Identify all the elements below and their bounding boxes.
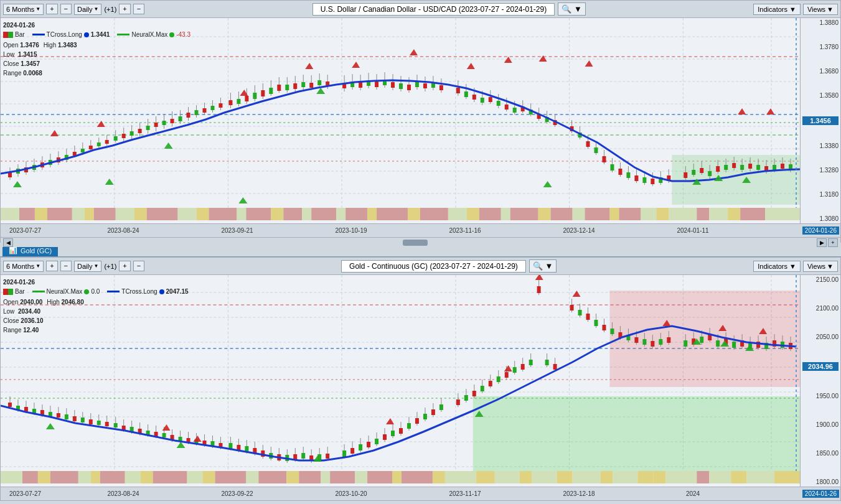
- svg-rect-123: [237, 99, 240, 104]
- svg-rect-101: [146, 126, 150, 130]
- svg-rect-107: [171, 119, 174, 123]
- svg-rect-308: [215, 471, 246, 483]
- zoom-in-btn-bottom[interactable]: +: [46, 261, 57, 271]
- zoom-in-btn-top[interactable]: +: [46, 4, 57, 14]
- svg-rect-225: [684, 172, 687, 178]
- gprice-4: 1950.00: [802, 393, 839, 399]
- svg-rect-42: [345, 208, 367, 220]
- svg-rect-53: [551, 208, 573, 220]
- svg-rect-304: [141, 471, 153, 483]
- date-label-7: 2024-01-11: [677, 227, 708, 234]
- svg-rect-65: [765, 208, 800, 220]
- search-btn-bottom[interactable]: 🔍 ▼: [529, 259, 557, 273]
- svg-rect-173: [456, 88, 460, 93]
- svg-rect-63: [728, 208, 740, 220]
- svg-rect-456: [505, 372, 509, 378]
- svg-rect-179: [481, 98, 484, 103]
- chart-legend-top: Bar TCross.Long 1.3441 NeuralX.Max -43.3: [3, 30, 190, 39]
- indicators-btn-bottom[interactable]: Indicators ▼: [753, 261, 801, 272]
- step-minus-top[interactable]: −: [133, 4, 144, 14]
- svg-rect-472: [578, 310, 582, 315]
- svg-rect-24: [35, 208, 47, 220]
- svg-rect-167: [423, 83, 427, 88]
- svg-rect-45: [408, 208, 420, 220]
- step-minus-bottom[interactable]: −: [133, 261, 144, 271]
- gdate-label-6: 2023-12-18: [563, 490, 594, 497]
- svg-rect-504: [716, 340, 720, 347]
- svg-rect-326: [573, 471, 601, 483]
- svg-rect-30: [134, 208, 147, 220]
- step-label-top: (+1): [104, 6, 116, 13]
- step-plus-bottom[interactable]: +: [119, 261, 130, 271]
- svg-rect-215: [634, 175, 638, 181]
- date-label-3: 2023-09-21: [221, 227, 253, 234]
- ohlc-low-bottom: Low 2034.40: [3, 307, 189, 316]
- svg-rect-338: [8, 403, 12, 407]
- search-btn-top[interactable]: 🔍 ▼: [558, 2, 585, 16]
- neuralx-legend-top: NeuralX.Max -43.3: [117, 30, 190, 39]
- svg-rect-490: [651, 341, 654, 347]
- bar-legend-bottom: Bar: [3, 287, 25, 296]
- svg-rect-159: [391, 82, 395, 88]
- svg-rect-43: [367, 208, 377, 220]
- svg-rect-139: [301, 82, 305, 87]
- svg-rect-55: [585, 208, 610, 220]
- svg-rect-298: [38, 471, 50, 483]
- chart-title-bottom: Gold - Continuous (GC) (2023-07-27 - 202…: [341, 260, 526, 273]
- scrollbar-top: ◀ ▶ +: [1, 237, 840, 247]
- svg-rect-392: [228, 443, 232, 449]
- svg-rect-121: [228, 100, 232, 105]
- svg-rect-354: [73, 416, 77, 421]
- svg-rect-131: [269, 88, 273, 94]
- zoom-out-btn-bottom[interactable]: −: [60, 261, 72, 271]
- bottom-chart-wrapper: 📊 Gold (GC) 6 Months + − Daily (+1) + − …: [0, 243, 841, 504]
- svg-rect-60: [669, 208, 697, 220]
- indicators-btn-top[interactable]: Indicators ▼: [753, 4, 801, 15]
- svg-rect-211: [618, 169, 622, 175]
- svg-rect-187: [513, 108, 517, 113]
- gprice-2: 2100.00: [802, 305, 839, 312]
- svg-rect-46: [420, 208, 448, 220]
- svg-rect-350: [57, 413, 60, 418]
- svg-rect-319: [433, 471, 445, 483]
- interval-dropdown-bottom[interactable]: Daily: [74, 261, 101, 272]
- views-btn-top[interactable]: Views ▼: [803, 4, 838, 15]
- svg-rect-306: [187, 471, 203, 483]
- svg-rect-40: [311, 208, 336, 220]
- svg-rect-62: [709, 208, 728, 220]
- scroll-left-top[interactable]: ◀: [3, 238, 13, 247]
- svg-rect-486: [634, 337, 638, 343]
- svg-rect-334: [731, 471, 746, 483]
- interval-dropdown-top[interactable]: Daily: [74, 4, 101, 15]
- svg-rect-342: [24, 407, 28, 411]
- svg-rect-181: [489, 97, 492, 102]
- gold-tab-icon: 📊: [9, 246, 17, 254]
- svg-rect-466: [545, 360, 549, 365]
- svg-rect-296: [1, 471, 22, 483]
- svg-rect-85: [81, 149, 85, 152]
- svg-rect-295: [473, 396, 800, 471]
- zoom-out-btn-top[interactable]: −: [60, 4, 72, 14]
- gdate-label-4: 2023-10-20: [335, 490, 367, 497]
- step-plus-top[interactable]: +: [119, 4, 130, 14]
- gdate-label-7: 2024: [686, 490, 700, 497]
- svg-rect-448: [472, 391, 476, 396]
- zoom-plus-top[interactable]: +: [828, 238, 838, 247]
- timeframe-dropdown-top[interactable]: 6 Months: [3, 4, 44, 15]
- svg-rect-58: [641, 208, 656, 220]
- svg-rect-446: [464, 395, 468, 401]
- svg-rect-358: [89, 419, 93, 424]
- views-btn-bottom[interactable]: Views ▼: [803, 261, 838, 272]
- svg-rect-97: [130, 131, 134, 136]
- timeframe-dropdown-bottom[interactable]: 6 Months: [3, 261, 44, 272]
- svg-rect-468: [553, 364, 557, 370]
- svg-rect-113: [195, 110, 199, 115]
- svg-rect-305: [153, 471, 187, 483]
- svg-rect-444: [456, 399, 460, 405]
- svg-rect-231: [708, 171, 712, 176]
- scroll-thumb-top[interactable]: [403, 240, 428, 246]
- top-toolbar: 6 Months + − Daily (+1) + − U.S. Dollar …: [1, 1, 840, 18]
- svg-rect-331: [665, 471, 697, 483]
- scroll-right-top[interactable]: ▶: [817, 238, 827, 247]
- svg-rect-50: [501, 208, 510, 220]
